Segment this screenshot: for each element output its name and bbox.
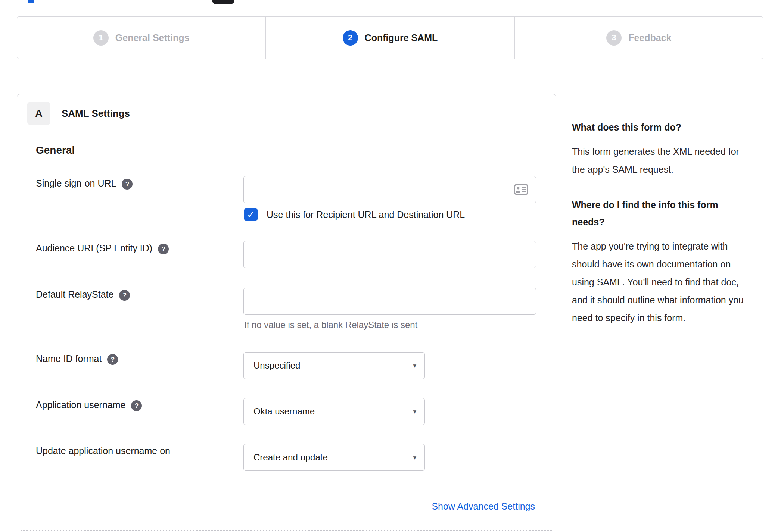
app-username-select[interactable]: Okta username ▾ <box>243 398 425 425</box>
audience-uri-label-row: Audience URI (SP Entity ID) ? <box>36 243 169 254</box>
update-username-label-row: Update application username on <box>36 445 170 456</box>
step-configure-saml[interactable]: 2 Configure SAML <box>265 17 514 59</box>
help-sidebar: What does this form do? This form genera… <box>572 119 774 345</box>
app-username-label: Application username <box>36 400 125 410</box>
show-advanced-settings-link[interactable]: Show Advanced Settings <box>432 501 535 512</box>
name-id-format-label: Name ID format <box>36 353 102 364</box>
contact-card-icon[interactable] <box>514 184 529 195</box>
clipped-header-artifact <box>28 0 34 3</box>
help-icon[interactable]: ? <box>131 400 142 411</box>
clipped-title-artifact <box>212 0 234 4</box>
sidebar-heading-what: What does this form do? <box>572 119 747 136</box>
chevron-down-icon: ▾ <box>413 454 416 461</box>
sso-url-input[interactable] <box>243 176 536 203</box>
update-username-value: Create and update <box>253 452 328 463</box>
relaystate-label-row: Default RelayState ? <box>36 289 130 300</box>
section-a-badge: A <box>27 102 50 125</box>
wizard-stepper: 1 General Settings 2 Configure SAML 3 Fe… <box>17 16 763 59</box>
chevron-down-icon: ▾ <box>413 408 416 416</box>
step-general-settings[interactable]: 1 General Settings <box>17 17 265 59</box>
name-id-format-select[interactable]: Unspecified ▾ <box>243 352 425 379</box>
step-label: General Settings <box>115 32 190 43</box>
chevron-down-icon: ▾ <box>413 362 416 370</box>
update-username-label: Update application username on <box>36 445 170 456</box>
sidebar-heading-where: Where do I find the info this form needs… <box>572 196 747 231</box>
relaystate-helper-text: If no value is set, a blank RelayState i… <box>244 320 417 330</box>
step-number-badge: 2 <box>343 30 358 46</box>
recipient-url-checkbox[interactable]: ✓ <box>244 208 258 221</box>
help-icon[interactable]: ? <box>107 354 118 365</box>
section-title: SAML Settings <box>62 108 130 119</box>
sidebar-paragraph-what: This form generates the XML needed for t… <box>572 143 754 178</box>
sidebar-paragraph-where: The app you're trying to integrate with … <box>572 237 754 327</box>
update-username-select[interactable]: Create and update ▾ <box>243 444 425 471</box>
step-label: Configure SAML <box>365 32 438 43</box>
help-icon[interactable]: ? <box>122 179 133 190</box>
help-icon[interactable]: ? <box>158 244 169 254</box>
general-group-heading: General <box>36 144 75 156</box>
step-feedback[interactable]: 3 Feedback <box>514 17 763 59</box>
app-username-label-row: Application username ? <box>36 400 142 410</box>
relaystate-input[interactable] <box>243 288 536 315</box>
sso-url-label: Single sign-on URL <box>36 178 116 189</box>
recipient-url-checkbox-label: Use this for Recipient URL and Destinati… <box>267 209 465 220</box>
recipient-url-checkbox-row: ✓ Use this for Recipient URL and Destina… <box>244 208 465 221</box>
audience-uri-label: Audience URI (SP Entity ID) <box>36 243 152 254</box>
audience-uri-input[interactable] <box>243 241 536 268</box>
step-label: Feedback <box>628 32 671 43</box>
sso-url-label-row: Single sign-on URL ? <box>36 178 133 189</box>
help-icon[interactable]: ? <box>119 290 130 301</box>
step-number-badge: 1 <box>93 30 109 46</box>
name-id-format-label-row: Name ID format ? <box>36 353 118 364</box>
section-divider <box>21 530 552 531</box>
saml-configuration-page: 1 General Settings 2 Configure SAML 3 Fe… <box>0 0 781 532</box>
name-id-format-value: Unspecified <box>253 360 300 371</box>
step-number-badge: 3 <box>606 30 622 46</box>
relaystate-label: Default RelayState <box>36 289 113 300</box>
app-username-value: Okta username <box>253 406 315 417</box>
saml-settings-card: A SAML Settings General Single sign-on U… <box>17 94 556 532</box>
